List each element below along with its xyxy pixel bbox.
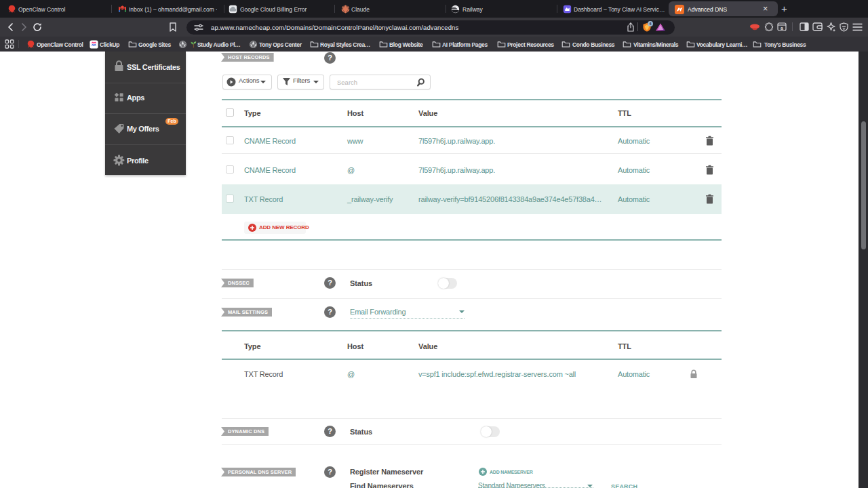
svg-text:a: a: [781, 26, 783, 30]
